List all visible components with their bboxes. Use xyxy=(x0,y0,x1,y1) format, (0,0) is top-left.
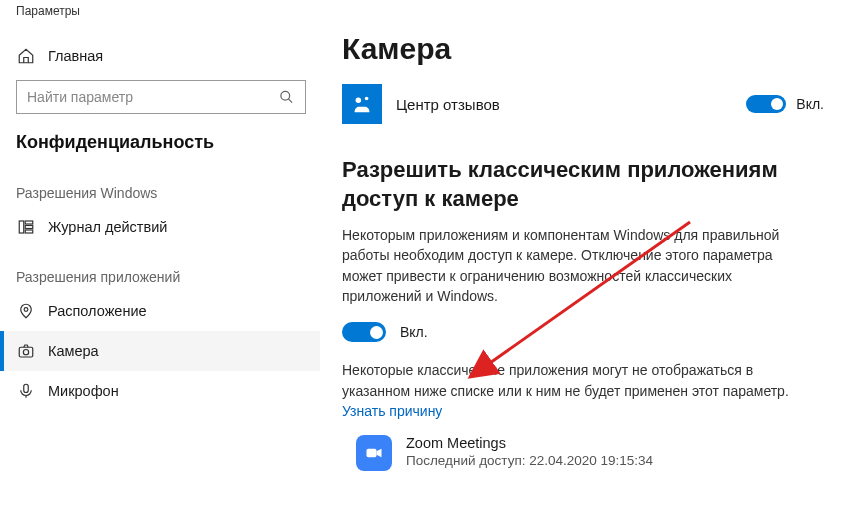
note-text: Некоторые классические приложения могут … xyxy=(342,360,802,421)
sidebar-category-windows: Разрешения Windows xyxy=(0,163,320,207)
sidebar: Главная Конфиденциальность Разрешения Wi… xyxy=(0,22,320,531)
app-row-feedback: Центр отзывов Вкл. xyxy=(342,84,824,124)
home-icon xyxy=(16,46,36,66)
svg-line-1 xyxy=(288,99,292,103)
sidebar-camera-label: Камера xyxy=(48,343,99,359)
toggle-feedback-camera[interactable] xyxy=(746,95,786,113)
search-icon[interactable] xyxy=(279,90,294,105)
sidebar-location-label: Расположение xyxy=(48,303,147,319)
svg-point-8 xyxy=(23,350,28,355)
sidebar-privacy-heading: Конфиденциальность xyxy=(0,122,320,163)
toggle-desktop-apps[interactable] xyxy=(342,322,386,342)
main-content: Камера Центр отзывов Вкл. Разрешить клас… xyxy=(320,22,856,531)
window-title: Параметры xyxy=(0,0,856,22)
svg-point-6 xyxy=(24,308,28,312)
sidebar-microphone[interactable]: Микрофон xyxy=(0,371,320,411)
app-name-feedback: Центр отзывов xyxy=(396,96,732,113)
zoom-app-icon xyxy=(356,435,392,471)
microphone-icon xyxy=(16,381,36,401)
svg-point-10 xyxy=(356,98,362,104)
sidebar-activity-label: Журнал действий xyxy=(48,219,167,235)
svg-rect-4 xyxy=(25,226,33,229)
camera-icon xyxy=(16,341,36,361)
sidebar-home-label: Главная xyxy=(48,48,103,64)
svg-rect-12 xyxy=(367,449,377,457)
learn-why-link[interactable]: Узнать причину xyxy=(342,403,442,419)
sidebar-microphone-label: Микрофон xyxy=(48,383,119,399)
zoom-app-name: Zoom Meetings xyxy=(406,435,653,451)
sidebar-home[interactable]: Главная xyxy=(0,36,320,76)
svg-rect-2 xyxy=(19,221,24,233)
svg-rect-5 xyxy=(25,230,33,233)
sidebar-location[interactable]: Расположение xyxy=(0,291,320,331)
svg-rect-9 xyxy=(24,384,29,392)
svg-point-11 xyxy=(365,97,369,101)
page-title: Камера xyxy=(342,32,824,66)
toggle-desktop-apps-label: Вкл. xyxy=(400,324,428,340)
sidebar-category-apps: Разрешения приложений xyxy=(0,247,320,291)
feedback-hub-icon xyxy=(342,84,382,124)
section-description: Некоторым приложениям и компонентам Wind… xyxy=(342,225,802,306)
zoom-last-access: Последний доступ: 22.04.2020 19:15:34 xyxy=(406,453,653,468)
desktop-app-zoom: Zoom Meetings Последний доступ: 22.04.20… xyxy=(342,435,824,471)
activity-log-icon xyxy=(16,217,36,237)
toggle-feedback-label: Вкл. xyxy=(796,96,824,112)
location-icon xyxy=(16,301,36,321)
sidebar-activity-log[interactable]: Журнал действий xyxy=(0,207,320,247)
search-input[interactable] xyxy=(16,80,306,114)
svg-rect-3 xyxy=(25,221,33,224)
section-title-desktop-apps: Разрешить классическим приложениям досту… xyxy=(342,156,802,213)
svg-rect-7 xyxy=(19,347,33,357)
sidebar-camera[interactable]: Камера xyxy=(0,331,320,371)
svg-point-0 xyxy=(281,91,290,100)
